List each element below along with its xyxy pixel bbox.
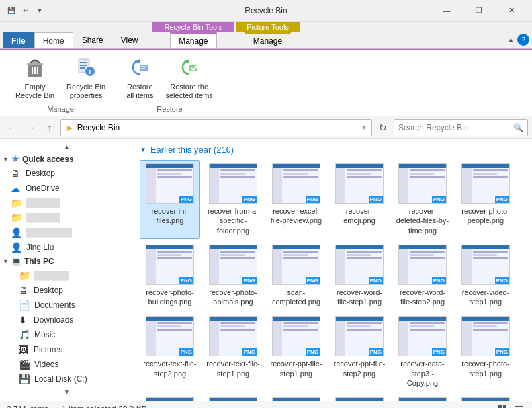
details-view-btn[interactable] (512, 403, 525, 409)
file-item-recover-data-step3-copy[interactable]: PNG recover-data-step3 - Copy.png (392, 313, 453, 391)
sidebar-item-pictures[interactable]: 🖼 Pictures (0, 342, 134, 357)
file-item-recover-office-file-step1[interactable]: PNG recover-office-file-step1.png (329, 394, 390, 401)
view-controls (496, 403, 525, 409)
file-item-recover-from-specific-folder[interactable]: PNG recover-from-a-specific-folder.png (203, 160, 263, 239)
ribbon-body: EmptyRecycle Bin i Recycle Binproperties… (0, 49, 532, 116)
file-item-recover-pdf-file-step1[interactable]: PNG recover-pdf-file-step1.png (203, 394, 263, 401)
file-item-recover-photo-step1[interactable]: PNG recover-photo-step1.png (455, 313, 516, 391)
file-item-recover-external-device-step2[interactable]: PNG recover-external-device-step2.png (455, 394, 516, 401)
file-item-recover-pdf-file-step2[interactable]: PNG recover-pdf-file-step2.png (140, 394, 200, 401)
quick-access-dropdown[interactable]: ▼ (34, 5, 46, 17)
sidebar-item-desktop[interactable]: 🖥 Desktop (0, 166, 134, 181)
file-item-scan-completed[interactable]: PNG scan-completed.png (266, 241, 326, 311)
file-item-recover-word-file-step1[interactable]: PNG recover-word-file-step1.png (329, 241, 390, 311)
search-input[interactable] (398, 123, 513, 132)
file-item-recover-deleted-files-by-time[interactable]: PNG recover-deleted-files-by-time.png (392, 160, 453, 239)
window-title: Recycle Bin (245, 6, 287, 15)
context-label-recycle-bin-tools: Recycle Bin Tools (152, 22, 235, 32)
sidebar-item-documents[interactable]: 📄 Documents (0, 298, 134, 313)
file-item-recover-office-file-step2[interactable]: PNG recover-office-file-step2.png (266, 394, 326, 401)
search-box[interactable]: 🔍 (394, 119, 528, 136)
sidebar-item-jing-liu[interactable]: 👤 Jing Liu (0, 240, 134, 255)
sidebar-section-quick-access[interactable]: ▼ ★ Quick access (0, 152, 134, 166)
back-button[interactable]: ← (4, 120, 20, 136)
sidebar-scroll-down[interactable]: ▼ (0, 386, 134, 397)
file-item-recover-text-file-step2[interactable]: PNG recover-text-file-step2.png (140, 313, 200, 391)
file-thumbnail-recover-photo-animals: PNG (209, 245, 257, 285)
tab-share[interactable]: Share (73, 32, 112, 48)
file-thumbnail-recover-photo-buildings: PNG (146, 245, 194, 285)
undo-quick-btn[interactable]: ↩ (19, 5, 32, 17)
search-icon: 🔍 (513, 123, 523, 132)
close-button[interactable]: ✕ (496, 1, 527, 20)
large-icons-view-btn[interactable] (496, 403, 509, 409)
refresh-button[interactable]: ↻ (375, 120, 391, 136)
up-button[interactable]: ↑ (42, 120, 58, 136)
file-item-recover-photo-buildings[interactable]: PNG recover-photo-buildings.png (140, 241, 200, 311)
ribbon-collapse-btn[interactable]: ▲ (507, 36, 515, 44)
file-item-recover-ppt-file-step1[interactable]: PNG recover-ppt-file-step1.png (266, 313, 326, 391)
maximize-button[interactable]: ❐ (463, 1, 494, 20)
svg-text:i: i (89, 68, 91, 75)
svg-rect-19 (503, 405, 506, 409)
file-grid: PNG recover-ini-files.png PNG recover-fr… (140, 160, 527, 401)
folder-icon-3: 📁 (19, 270, 30, 281)
tab-manage-recycle[interactable]: Manage (170, 32, 216, 48)
ribbon-section-manage-content: EmptyRecycle Bin i Recycle Binproperties (11, 53, 110, 104)
file-item-recover-photo-people[interactable]: PNG recover-photo-people.png (455, 160, 516, 239)
address-dropdown-icon[interactable]: ▼ (361, 124, 367, 131)
sidebar-item-blurred3-label: ████████ (26, 228, 72, 237)
sidebar-item-onedrive[interactable]: ☁ OneDrive (0, 181, 134, 196)
svg-rect-7 (80, 62, 87, 63)
item-count: 2,711 items (7, 405, 48, 409)
file-thumbnail-recover-pdf-file-step2: PNG (146, 397, 194, 401)
restore-selected-icon (179, 56, 200, 81)
file-item-recover-external-device-step3[interactable]: PNG recover-external-device-step3.png (392, 394, 453, 401)
sidebar-item-downloads[interactable]: ⬇ Downloads (0, 313, 134, 327)
file-item-recover-ini-files[interactable]: PNG recover-ini-files.png (140, 160, 200, 239)
sidebar-item-local-disk[interactable]: 💾 Local Disk (C:) (0, 372, 134, 386)
sidebar-item-videos[interactable]: 🎬 Videos (0, 357, 134, 372)
quick-access-label: Quick access (22, 155, 74, 164)
sidebar-section-this-pc[interactable]: ▼ 💻 This PC (0, 255, 134, 268)
sidebar-item-blurred1[interactable]: 📁 ██████ (0, 196, 134, 210)
file-item-recover-word-file-step2[interactable]: PNG recover-word-file-step2.png (392, 241, 453, 311)
save-quick-btn[interactable]: 💾 (5, 5, 17, 17)
file-thumbnail-recover-from-specific-folder: PNG (209, 163, 257, 204)
minimize-button[interactable]: — (431, 1, 462, 20)
tab-home[interactable]: Home (34, 32, 73, 48)
collapse-icon[interactable]: ▼ (140, 146, 146, 153)
file-item-recover-ppt-file-step2[interactable]: PNG recover-ppt-file-step2.png (329, 313, 390, 391)
file-name-recover-photo-buildings: recover-photo-buildings.png (143, 288, 197, 307)
tab-manage-picture[interactable]: Manage (245, 32, 291, 48)
restore-selected-items-button[interactable]: Restore theselected items (161, 53, 218, 104)
sidebar-item-blurred3[interactable]: 👤 ████████ (0, 225, 134, 240)
file-item-recover-excel-file-preview[interactable]: PNG recover-excel-file-preview.png (266, 160, 326, 239)
tab-view[interactable]: View (112, 32, 147, 48)
sidebar-item-music[interactable]: 🎵 Music (0, 327, 134, 342)
address-bar[interactable]: ► Recycle Bin ▼ (60, 119, 372, 136)
help-button[interactable]: ? (517, 34, 529, 46)
file-item-recover-emoji[interactable]: PNG recover-emoji.png (329, 160, 390, 239)
title-bar: 💾 ↩ ▼ Recycle Bin — ❐ ✕ (0, 0, 532, 22)
tab-file[interactable]: File (3, 32, 34, 48)
user-icon-jing: 👤 (11, 242, 22, 253)
file-item-recover-video-step1[interactable]: PNG recover-video-step1.png (455, 241, 516, 311)
this-pc-icon: 💻 (11, 257, 21, 266)
empty-recycle-bin-button[interactable]: EmptyRecycle Bin (11, 53, 59, 104)
recycle-bin-properties-button[interactable]: i Recycle Binproperties (62, 53, 110, 104)
restore-section-label: Restore (157, 105, 183, 113)
file-thumbnail-recover-ini-files: PNG (146, 163, 194, 204)
restore-all-items-button[interactable]: Restoreall items (122, 53, 158, 104)
sidebar-scroll-up[interactable]: ▲ (0, 142, 134, 152)
file-item-recover-text-file-step1[interactable]: PNG recover-text-file-step1.png (203, 313, 263, 391)
file-item-recover-photo-animals[interactable]: PNG recover-photo-animals.png (203, 241, 263, 311)
sidebar-item-desktop2[interactable]: 🖥 Desktop (0, 283, 134, 298)
sidebar-item-blurred2[interactable]: 📁 ██████ (0, 210, 134, 225)
svg-rect-8 (80, 65, 87, 66)
empty-recycle-bin-label: EmptyRecycle Bin (15, 83, 54, 100)
forward-button[interactable]: → (23, 120, 39, 136)
sidebar-item-blurred4[interactable]: 📁 ██████ (0, 268, 134, 283)
music-icon: 🎵 (19, 329, 30, 340)
svg-rect-9 (80, 67, 85, 69)
